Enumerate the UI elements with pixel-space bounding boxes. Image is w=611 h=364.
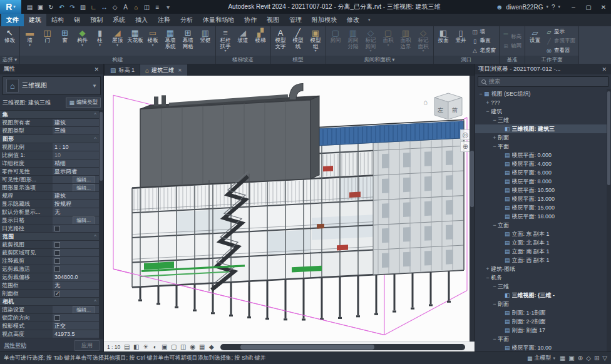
tree-item[interactable]: ▤楼层平面: 10.500 [475, 186, 607, 195]
checkbox[interactable] [54, 315, 60, 321]
edit-button[interactable]: 编辑... [73, 184, 95, 191]
properties-help-link[interactable]: 属性帮助 [4, 341, 26, 350]
tree-item[interactable]: −三维 [475, 116, 607, 124]
tree-item[interactable]: ▤立面: 北 副本 1 [475, 238, 607, 247]
shadows-icon[interactable]: ◐ [151, 343, 159, 350]
collapse-icon[interactable]: − [485, 275, 491, 281]
property-value[interactable]: 304800.0 [53, 273, 99, 281]
maximize-button[interactable]: ▢ [581, 0, 596, 14]
sun-path-icon[interactable]: ☀ [141, 343, 150, 350]
reveal-hidden-icon[interactable]: ◉ [188, 343, 197, 350]
ribbon-button-ref-plane[interactable]: ╱参照平面 [544, 37, 577, 46]
ribbon-button-window[interactable]: ⊞窗 [56, 27, 73, 56]
property-section[interactable]: 相机^ [0, 298, 99, 306]
tree-item[interactable]: −▦视图 (SEC组织) [475, 89, 607, 98]
collapse-chevron-icon[interactable]: ^ [91, 111, 99, 118]
tree-item[interactable]: −三维 [475, 282, 607, 291]
property-value[interactable]: 10 [53, 151, 99, 159]
ribbon-button-roof[interactable]: ◢屋顶▾ [109, 27, 126, 56]
tree-item[interactable]: −剖面 [475, 300, 607, 308]
ribbon-tab-8[interactable]: 分析 [175, 14, 198, 26]
edit-button[interactable]: 编辑... [73, 216, 95, 224]
aligned-dimension-icon[interactable]: ↔ [100, 2, 109, 12]
default-3d-view-icon[interactable]: ⌂ [131, 2, 141, 12]
ribbon-button-room-separator[interactable]: ▥房间分隔 [345, 27, 362, 56]
edit-button[interactable]: 编辑... [73, 306, 95, 313]
app-menu-button[interactable]: R ▾ [0, 0, 21, 14]
ribbon-button-modify-arrow[interactable]: ↖修改 [1, 27, 18, 56]
ribbon-tab-1[interactable]: 建筑 [24, 14, 46, 26]
collapse-icon[interactable]: − [491, 222, 498, 228]
ribbon-tab-4[interactable]: 预制 [85, 14, 108, 26]
ribbon-tab-12[interactable]: 管理 [284, 14, 307, 26]
undo-icon[interactable]: ↶ [57, 2, 66, 12]
ribbon-tab-13[interactable]: 附加模块 [307, 14, 342, 26]
minimize-button[interactable]: – [566, 0, 581, 14]
property-value[interactable]: 三维 [53, 127, 99, 134]
collapse-chevron-icon[interactable]: ^ [91, 233, 99, 240]
ribbon-button-mullion[interactable]: ▥竖梃 [197, 27, 214, 56]
crop-view-icon[interactable]: ▣ [160, 343, 168, 350]
property-value[interactable] [53, 249, 99, 256]
visual-style-icon[interactable]: ◧ [132, 343, 140, 350]
checkbox[interactable] [54, 226, 60, 231]
expand-icon[interactable]: + [485, 99, 491, 106]
customize-icon[interactable]: ▾ [163, 2, 173, 12]
ribbon-button-column[interactable]: ▮柱▾ [91, 27, 108, 56]
worksets-icon[interactable]: ▦ [560, 355, 565, 361]
ribbon-button-area-boundary[interactable]: ▥面积边界 [398, 27, 414, 56]
tree-item[interactable]: ▤楼层平面: 4.000 [475, 159, 607, 168]
ribbon-tab-11[interactable]: 视图 [262, 14, 284, 26]
ribbon-button-room[interactable]: ▢房间 [327, 27, 344, 56]
property-value[interactable]: 建筑 [53, 192, 99, 200]
close-button[interactable]: ✕ [596, 0, 611, 14]
filter-icon[interactable]: ▽ [602, 355, 607, 361]
collapse-chevron-icon[interactable]: ^ [91, 298, 99, 305]
tree-item[interactable]: ▤楼层平面: 6.000 [475, 168, 607, 177]
tab-options-caret-icon[interactable]: ▾ [364, 14, 374, 26]
tree-item[interactable]: −建筑 [475, 107, 607, 116]
collapse-icon[interactable]: − [491, 301, 498, 307]
detail-level-icon[interactable]: ▤ [123, 343, 131, 350]
property-value[interactable]: 1 : 10 [53, 143, 99, 151]
drawing-canvas[interactable]: ⌂ 左 前 ◎ ⊕ [104, 76, 475, 341]
apply-button[interactable]: 应用 [74, 340, 100, 351]
tree-item[interactable]: −机务 [475, 273, 607, 282]
show-crop-icon[interactable]: ▢ [170, 343, 178, 350]
tag-icon[interactable]: ◇ [110, 2, 120, 12]
property-value[interactable]: ✓ [53, 290, 99, 297]
property-section[interactable]: 图形^ [0, 135, 99, 143]
ribbon-tab-7[interactable]: 注释 [153, 14, 175, 26]
ribbon-button-shaft[interactable]: ▯竖井 [453, 27, 470, 56]
worksharing-display-icon[interactable]: ◆ [207, 343, 215, 350]
ribbon-button-level[interactable]: ▔标高 [501, 32, 523, 41]
3d-model-view[interactable] [104, 76, 475, 341]
tree-item[interactable]: ▤楼层平面: 18.000 [475, 212, 607, 221]
design-options-icon[interactable]: ▣ [568, 355, 574, 361]
ribbon-button-component[interactable]: ◆构件▾ [74, 27, 91, 56]
design-option-control[interactable]: ▦ 主模型 ▾ [527, 354, 555, 362]
measure-icon[interactable]: ∟ [89, 2, 98, 12]
ribbon-tab-5[interactable]: 系统 [108, 14, 130, 26]
edit-button[interactable]: 编辑... [73, 176, 95, 183]
ribbon-button-tag-room[interactable]: ◇标记房间▾ [362, 27, 379, 56]
text-icon[interactable]: A [121, 2, 130, 12]
tree-item[interactable]: +剖面 [475, 133, 607, 142]
collapse-icon[interactable]: − [485, 108, 491, 114]
properties-scrollbar[interactable] [99, 111, 103, 339]
collapse-icon[interactable]: − [491, 143, 498, 149]
ribbon-button-curtain-system[interactable]: ▦幕墙系统 [162, 27, 179, 56]
ribbon-button-tag-area[interactable]: ◇标记面积▾ [415, 27, 432, 56]
collapse-icon[interactable]: − [491, 336, 498, 342]
property-value[interactable] [53, 225, 99, 232]
user-menu-caret-icon[interactable]: ▾ [546, 4, 548, 9]
ribbon-tab-10[interactable]: 协作 [239, 14, 262, 26]
property-value[interactable]: 编辑... [53, 176, 99, 183]
property-value[interactable]: 编辑... [53, 306, 99, 313]
property-section[interactable]: 集^ [0, 111, 99, 119]
ribbon-button-ceiling[interactable]: ▦天花板 [126, 27, 144, 56]
ribbon-button-show-workplane[interactable]: ▱显示 [544, 28, 577, 37]
ribbon-button-viewer[interactable]: ◎查看器 [544, 46, 577, 56]
collapse-chevron-icon[interactable]: ^ [91, 135, 99, 143]
ribbon-button-curtain-grid[interactable]: ⊞幕墙网格 [180, 27, 197, 56]
